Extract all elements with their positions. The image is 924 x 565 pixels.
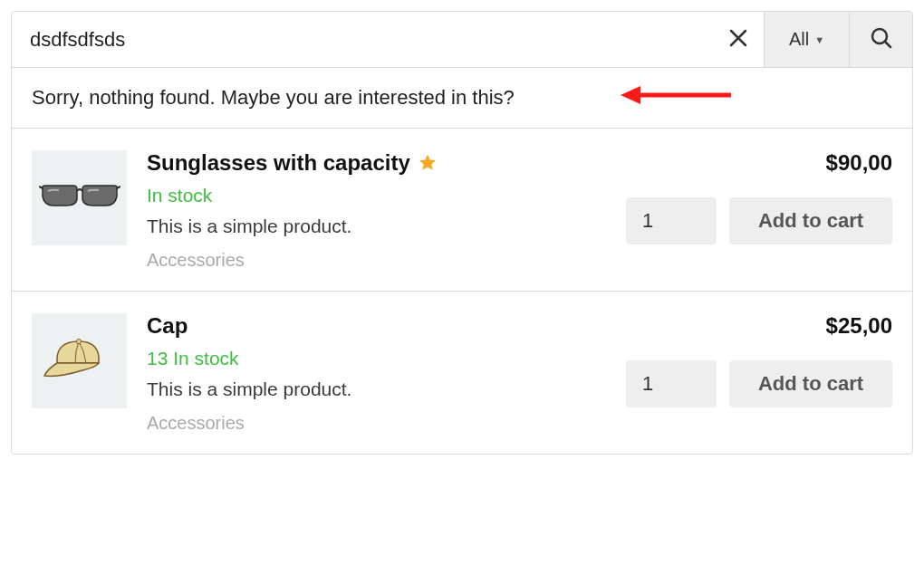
product-title[interactable]: Sunglasses with capacity (147, 150, 410, 176)
quantity-value: 1 (642, 209, 653, 233)
product-thumbnail[interactable] (32, 313, 127, 408)
product-price: $90,00 (826, 150, 892, 176)
chevron-down-icon: ▼ (814, 34, 824, 45)
product-thumbnail[interactable] (32, 150, 127, 245)
product-info: Cap 13 In stock This is a simple product… (147, 313, 582, 434)
product-info: Sunglasses with capacity In stock This i… (147, 150, 582, 271)
search-button[interactable] (849, 12, 912, 67)
quantity-input[interactable]: 1 (626, 360, 717, 407)
cap-icon (39, 332, 120, 390)
product-row: Cap 13 In stock This is a simple product… (12, 292, 912, 454)
sunglasses-icon (39, 178, 120, 218)
add-to-cart-button[interactable]: Add to cart (729, 360, 892, 407)
category-filter-dropdown[interactable]: All ▼ (764, 12, 849, 67)
quantity-input[interactable]: 1 (626, 197, 717, 244)
product-description: This is a simple product. (147, 378, 582, 400)
svg-line-3 (885, 42, 890, 47)
star-icon (418, 153, 438, 173)
search-icon (870, 26, 893, 53)
close-icon (729, 29, 747, 51)
search-input[interactable] (12, 12, 713, 67)
quantity-value: 1 (642, 372, 653, 396)
product-title[interactable]: Cap (147, 313, 188, 339)
product-category[interactable]: Accessories (147, 250, 582, 271)
search-results-panel: All ▼ Sorry, nothing found. Maybe you ar… (11, 11, 913, 455)
filter-label: All (789, 29, 809, 50)
search-bar: All ▼ (12, 12, 912, 68)
clear-search-button[interactable] (713, 12, 764, 67)
product-actions-col: $90,00 1 Add to cart (602, 150, 892, 271)
no-results-message-row: Sorry, nothing found. Maybe you are inte… (12, 68, 912, 129)
stock-status: 13 In stock (147, 348, 582, 369)
annotation-arrow-icon (619, 82, 736, 113)
svg-marker-5 (621, 86, 640, 104)
add-to-cart-button[interactable]: Add to cart (729, 197, 892, 244)
product-row: Sunglasses with capacity In stock This i… (12, 129, 912, 292)
stock-status: In stock (147, 185, 582, 206)
product-category[interactable]: Accessories (147, 413, 582, 434)
product-actions-col: $25,00 1 Add to cart (602, 313, 892, 434)
svg-point-8 (76, 339, 81, 343)
product-description: This is a simple product. (147, 215, 582, 237)
product-price: $25,00 (826, 313, 892, 339)
no-results-message: Sorry, nothing found. Maybe you are inte… (32, 86, 515, 109)
